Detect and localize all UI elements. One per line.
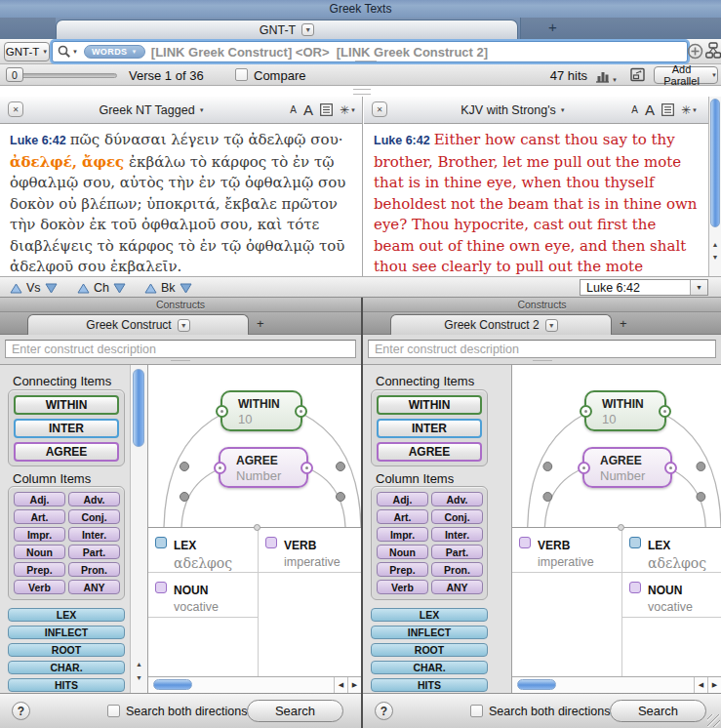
search-query-text[interactable]: [LINK Greek Construct] <OR> [LINK Greek … [151, 45, 488, 60]
root-palette-button[interactable]: ROOT [8, 643, 125, 657]
pane-scrollbar[interactable]: ▲ ▼ [708, 97, 721, 276]
construct-column-2[interactable]: VERB imperative [258, 528, 361, 676]
canvas-hscrollbar[interactable]: ◀ ▶ [512, 676, 721, 693]
chapter-up-button[interactable] [77, 283, 90, 294]
node-connector[interactable] [216, 405, 228, 418]
pos-part-button[interactable]: Part. [431, 545, 483, 559]
new-construct-tab-button[interactable]: + [257, 316, 264, 331]
search-hit[interactable]: ἀδελφέ, [10, 153, 77, 171]
gear-icon[interactable]: ✳▼ [681, 103, 698, 117]
decrease-font-button[interactable]: A [631, 104, 638, 115]
search-input[interactable]: ▼ WORDS▼ [LINK Greek Construct] <OR> [LI… [52, 41, 688, 62]
lex-palette-button[interactable]: LEX [371, 608, 488, 622]
root-palette-button[interactable]: ROOT [371, 643, 488, 657]
construct-column-1[interactable]: LEX αδελφος NOUN vocative [148, 528, 258, 676]
inflect-palette-button[interactable]: INFLECT [371, 626, 488, 639]
node-connector[interactable] [295, 405, 307, 418]
scroll-left-arrow[interactable]: ◀ [334, 677, 347, 693]
element-checkbox[interactable] [155, 582, 167, 593]
pos-adv-button[interactable]: Adv. [68, 492, 120, 506]
search-both-directions-checkbox[interactable] [107, 705, 120, 717]
search-both-directions-checkbox[interactable] [470, 705, 483, 717]
pos-verb-button[interactable]: Verb [377, 580, 428, 594]
within-node[interactable]: WITHIN 10 [220, 390, 302, 431]
construct-column-2[interactable]: LEX αδελφος NOUN vocative [621, 528, 721, 676]
hits-palette-button[interactable]: HITS [371, 678, 488, 692]
search-range-button[interactable]: GNT-T▼ [4, 42, 50, 61]
construct-cell-noun[interactable]: NOUN vocative [148, 573, 258, 618]
book-up-button[interactable] [144, 283, 157, 294]
construct-cell-verb[interactable]: VERB imperative [259, 528, 361, 573]
pos-any-button[interactable]: ANY [431, 580, 483, 594]
compare-checkbox[interactable] [235, 68, 248, 81]
within-palette-button[interactable]: WITHIN [14, 395, 119, 415]
scroll-down-arrow[interactable]: ▼ [131, 674, 147, 681]
scroll-right-arrow[interactable]: ▶ [347, 677, 361, 693]
agree-palette-button[interactable]: AGREE [377, 442, 482, 462]
node-connector[interactable] [664, 462, 677, 474]
pos-inter-button[interactable]: Inter. [431, 527, 483, 542]
node-connector[interactable] [300, 462, 313, 474]
verse-reference-combo[interactable]: Luke 6:42 ▼ [580, 279, 708, 296]
construct-cell-lex[interactable]: LEX αδελφος [622, 528, 721, 573]
help-button[interactable]: ? [12, 702, 30, 720]
node-connector[interactable] [580, 405, 592, 418]
pos-verb-button[interactable]: Verb [14, 580, 65, 594]
pos-conj-button[interactable]: Conj. [431, 509, 483, 524]
verse-reference[interactable]: Luke 6:42 [10, 134, 66, 147]
agree-palette-button[interactable]: AGREE [14, 442, 119, 462]
tab-greek-construct[interactable]: Greek Construct ▼ [27, 314, 249, 335]
construct-canvas[interactable]: WITHIN 10 AGREE Number VERB imperative [511, 365, 721, 693]
node-connector[interactable] [659, 405, 671, 418]
pane-divider[interactable] [362, 97, 363, 276]
combo-dropdown-button[interactable]: ▼ [690, 280, 707, 295]
scroll-up-arrow[interactable]: ▲ [131, 661, 147, 667]
increase-font-button[interactable]: A [303, 101, 313, 118]
pos-pron-button[interactable]: Pron. [431, 562, 483, 577]
scrollbar-thumb[interactable] [133, 369, 144, 447]
search-button[interactable]: Search [247, 700, 343, 722]
scroll-down-arrow[interactable]: ▼ [709, 254, 721, 261]
close-pane-button[interactable]: ✕ [8, 101, 23, 117]
construct-cell-verb[interactable]: VERB imperative [512, 528, 621, 573]
agree-node[interactable]: AGREE Number [219, 447, 308, 488]
palette-scrollbar[interactable]: ▲ ▼ [130, 365, 147, 693]
tab-dropdown-icon[interactable]: ▼ [178, 319, 190, 332]
pos-art-button[interactable]: Art. [377, 509, 428, 524]
pos-noun-button[interactable]: Noun [14, 545, 65, 559]
scrollbar-thumb[interactable] [517, 679, 556, 690]
lex-palette-button[interactable]: LEX [8, 608, 125, 622]
new-tab-button[interactable]: + [548, 19, 557, 35]
pos-any-button[interactable]: ANY [68, 580, 120, 594]
element-checkbox[interactable] [155, 537, 167, 548]
add-parallel-button[interactable]: Add Parallel▼ [654, 66, 718, 84]
construct-description-input[interactable] [5, 340, 356, 358]
verse-up-button[interactable] [10, 283, 22, 294]
verse-slider-track[interactable] [8, 73, 117, 78]
node-connector[interactable] [214, 462, 226, 474]
verse-down-button[interactable] [45, 283, 58, 294]
inter-palette-button[interactable]: INTER [14, 419, 119, 438]
search-scope-menu[interactable]: ▼ [58, 45, 78, 59]
element-checkbox[interactable] [629, 537, 641, 548]
verse-slider-thumb[interactable]: 0 [6, 67, 23, 82]
decrease-font-button[interactable]: A [290, 104, 297, 115]
element-checkbox[interactable] [265, 537, 277, 548]
pos-pron-button[interactable]: Pron. [68, 562, 120, 577]
construct-description-input[interactable] [368, 340, 716, 358]
pos-impr-button[interactable]: Impr. [14, 527, 65, 542]
pos-inter-button[interactable]: Inter. [68, 527, 120, 542]
canvas-hscrollbar[interactable]: ◀ ▶ [148, 676, 361, 693]
pos-impr-button[interactable]: Impr. [377, 527, 428, 542]
node-connector[interactable] [578, 462, 590, 474]
char-palette-button[interactable]: CHAR. [8, 661, 125, 674]
close-pane-button[interactable]: ✕ [372, 101, 387, 117]
tab-dropdown-icon[interactable]: ▼ [545, 319, 558, 332]
pane-title-menu[interactable]: Greek NT Tagged▼ [29, 97, 274, 123]
details-view-button[interactable] [630, 67, 647, 83]
book-down-button[interactable] [180, 283, 192, 294]
window-resize-grip[interactable] [707, 714, 720, 727]
scrollbar-thumb[interactable] [153, 679, 192, 690]
verse-reference[interactable]: Luke 6:42 [374, 134, 430, 147]
tab-greek-construct-2[interactable]: Greek Construct 2 ▼ [390, 314, 612, 335]
